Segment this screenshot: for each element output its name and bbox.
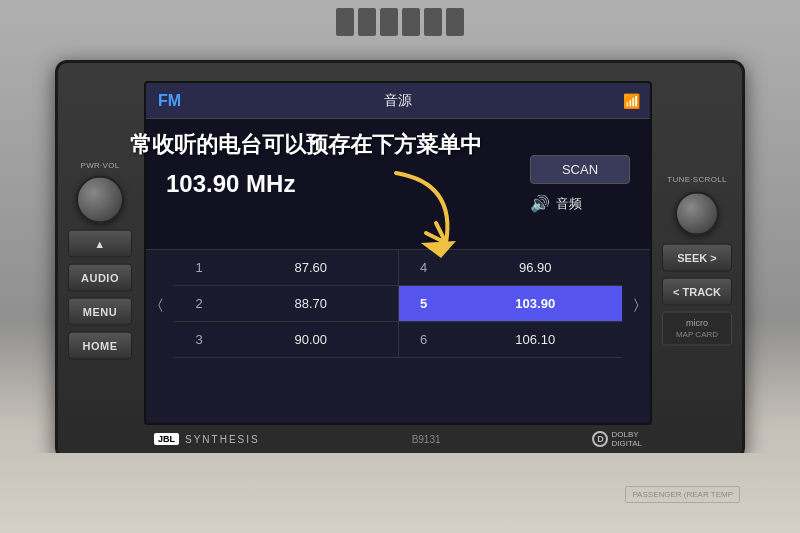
synthesis-label: SYNTHESIS [185, 434, 260, 445]
map-card-slot[interactable]: micro MAP CARD [662, 312, 732, 346]
fm-label: FM [158, 92, 181, 110]
frequency-display: 103.90 MHz [166, 170, 510, 198]
audio-row: 🔊 音频 [530, 194, 630, 213]
preset-item-2[interactable]: 2 88.70 [174, 286, 398, 322]
tune-scroll-label: TUNE·SCROLL [667, 175, 726, 184]
pwr-vol-label: PWR·VOL [81, 161, 120, 170]
wifi-icon: 📶 [623, 93, 640, 109]
pwr-vol-knob[interactable] [76, 176, 124, 224]
prev-page-button[interactable]: 〈 [146, 250, 174, 358]
preset-item-4[interactable]: 4 96.90 [399, 250, 623, 286]
preset-item-3[interactable]: 3 90.00 [174, 322, 398, 358]
vent-top [336, 8, 464, 36]
home-button[interactable]: HOME [68, 332, 132, 360]
source-label: 音源 [384, 92, 412, 110]
jbl-logo: JBL [154, 433, 179, 445]
eject-button[interactable]: ▲ [68, 230, 132, 258]
dolby-icon: D [592, 431, 608, 447]
preset-item-1[interactable]: 1 87.60 [174, 250, 398, 286]
car-bottom: PASSENGER (REAR TEMP [0, 453, 800, 533]
dolby-label: DOLBYDIGITAL [611, 430, 642, 449]
unit-bottom-bar: JBL SYNTHESIS B9131 D DOLBYDIGITAL [144, 430, 652, 449]
menu-button[interactable]: MENU [68, 298, 132, 326]
model-number: B9131 [412, 434, 441, 445]
jbl-branding: JBL SYNTHESIS [154, 433, 260, 445]
screen-header: FM 音源 📶 [146, 83, 650, 119]
preset-item-6[interactable]: 6 106.10 [399, 322, 623, 358]
next-page-button[interactable]: 〉 [622, 250, 650, 358]
preset-area: 〈 1 87.60 2 88.70 3 [146, 249, 650, 358]
dolby-branding: D DOLBYDIGITAL [592, 430, 642, 449]
scan-button[interactable]: SCAN [530, 155, 630, 184]
title-annotation: 常收听的电台可以预存在下方菜单中 [130, 130, 482, 160]
audio-button[interactable]: AUDIO [68, 264, 132, 292]
passenger-label: PASSENGER (REAR TEMP [625, 486, 740, 503]
tune-scroll-knob[interactable] [675, 192, 719, 236]
track-button[interactable]: < TRACK [662, 278, 732, 306]
seek-button[interactable]: SEEK > [662, 244, 732, 272]
head-unit: PWR·VOL ▲ AUDIO MENU HOME TUNE·SCROLL SE… [55, 60, 745, 460]
audio-label: 音频 [556, 195, 582, 213]
map-card-label: micro MAP CARD [676, 317, 718, 339]
preset-item-5[interactable]: 5 103.90 [399, 286, 623, 322]
